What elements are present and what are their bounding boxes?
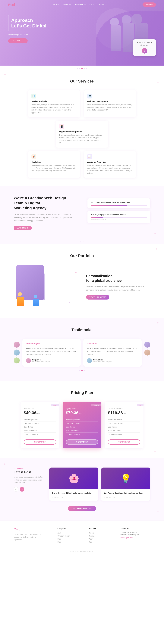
hero-info-box: Want to see how it all works? ▶ [133, 39, 156, 56]
portfolio-heading: Personalisation for a global audience [86, 274, 148, 283]
pricing-cards: BASIC Business Lite $49.36/ mo Website O… [20, 402, 144, 448]
feature-2-2: Free Content Writing [66, 422, 98, 425]
feature-2-1: Website Optimized [66, 418, 98, 422]
brand-codecanyon: #codecanyon [26, 342, 77, 345]
nav-link-home[interactable]: HOME [53, 4, 59, 6]
feature-3-2: Free Content Writing [108, 422, 140, 425]
portfolio-cta-button[interactable]: VIEW ALL PROJECTS [86, 295, 109, 300]
footer-brand: Rupj The first step towards discovering … [14, 528, 52, 544]
nav-link-about[interactable]: ABOUT [90, 4, 96, 6]
brand-3docean: #3docean [87, 342, 138, 345]
blog-image-2: 💡 [101, 468, 150, 490]
feature-1-1: Website Optimized [24, 418, 56, 422]
avatar-left-1 [14, 342, 20, 348]
nav-link-page[interactable]: PAGE [99, 4, 104, 6]
pricing-section: Pricing Plan BASIC Business Lite $49.36/… [0, 381, 164, 458]
blog-image-1: 🌸 [49, 468, 98, 490]
service-card-digital: 📱 Digital Marketing Plans Every successf… [56, 120, 108, 148]
footer-col-contact: Contact us 1 Colony Place Content, G18 L… [120, 528, 150, 544]
service-desc-audience: Have you ever found from your analytics … [87, 164, 132, 175]
testimonial-card-2: #3docean We're on a mission to start a c… [83, 339, 142, 367]
website-icon: 💻 [87, 94, 92, 98]
blog-card-1[interactable]: 🌸 One of the most difficult tasks for an… [49, 468, 98, 500]
service-title-digital: Digital Marketing Plans [59, 130, 105, 133]
testi-role-1: Founder at Codex company [32, 361, 51, 362]
testimonial-title: Testimonial [8, 328, 156, 332]
digital-icon: 📱 [59, 124, 64, 129]
price-btn-2[interactable]: GET STARTED [66, 440, 98, 444]
footer-about-link-2[interactable]: Sitemap [88, 534, 114, 538]
blog-more-button[interactable]: GET MORE ARTICLES [68, 506, 96, 511]
footer-heading-company: Company [58, 528, 83, 530]
portfolio-title: Our Portfolio [8, 254, 156, 258]
blog-cards: 🌸 One of the most difficult tasks for an… [49, 468, 150, 500]
footer-about-link-3[interactable]: Vision [88, 538, 114, 540]
testi-author-2: Mehfuz Risal [93, 359, 112, 361]
blog-card-2[interactable]: 💡 New Feature Spotlight: Optimize Licens… [101, 468, 150, 500]
feature-1-2: Free Content Writing [24, 422, 56, 425]
plan-name-2: Agency Standard [66, 408, 98, 410]
service-title-website: Website Development [87, 100, 132, 102]
avatar-right-2 [144, 350, 150, 356]
stat-2-value: 21% of your pages have duplicate content… [91, 213, 147, 216]
footer-link-4[interactable]: Blog [58, 540, 83, 544]
nav-links: HOME SERVICES PORTFOLIO ABOUT PAGE [53, 4, 104, 6]
services-title: Our Services [8, 79, 156, 84]
portfolio-images [16, 265, 78, 308]
footer-heading-contact: Contact us [120, 528, 150, 530]
play-button[interactable]: ▶ [142, 48, 147, 54]
hero-title: Approach Let's Get Digital [11, 18, 46, 29]
footer-col-about: About us Support Sitemap Vision Blog [88, 528, 114, 544]
testi-author-1: Fooj James [32, 359, 51, 361]
blog-section: Our Blog List Latest Post Lorem ipsum is… [0, 458, 164, 520]
avatar-left-3 [14, 358, 20, 364]
portfolio-desc: We're on a mission to start a conversati… [86, 285, 148, 292]
marketing-icon: 📣 [32, 154, 36, 159]
service-card-market: 📊 Market Analysis Market analysis helps … [28, 90, 80, 117]
feature-2-3: Best Hosting [66, 425, 98, 429]
service-title-market: Market Analysis [32, 100, 77, 102]
footer-link-2[interactable]: Strategy Program [58, 534, 83, 538]
footer-about-link-4[interactable]: Blog [88, 540, 114, 544]
blog-next-button[interactable]: → [20, 487, 24, 492]
feature-2-5: Content Frequency [66, 432, 98, 436]
footer-tagline: The first step towards discovering the l… [14, 533, 41, 541]
footer: Rupj The first step towards discovering … [0, 520, 164, 556]
blog-section-label: Our Blog List [14, 468, 44, 470]
portfolio-section: Our Portfolio Personalisation for a glob [0, 244, 164, 318]
footer-about-link-1[interactable]: Support [88, 532, 114, 534]
stat-1-value: You moved onto the first page for 56 sea… [91, 201, 147, 204]
blog-prev-button[interactable]: ← [14, 487, 18, 492]
footer-col-company: Company Xarif Strategy Program Blog Blog [58, 528, 83, 544]
blog-title-1: One of the most difficult tasks for any … [52, 492, 96, 494]
testimonial-section: Testimonial #codecanyon As part of your … [0, 318, 164, 381]
nav-link-services[interactable]: SERVICES [62, 4, 72, 6]
about-section: We're a Creative Web Design Team & Digit… [0, 186, 164, 240]
feature-3-3: Best Hosting [108, 425, 140, 429]
service-card-audience: 📈 Audience Analytics Have you ever found… [84, 151, 136, 178]
feature-1-4: Social Awareness [24, 429, 56, 432]
hero-subtitle: Your strategy to be online [8, 33, 49, 36]
about-cta-button[interactable]: LEARN MORE [14, 226, 32, 230]
blog-date-1: 06 January, 2020 [52, 496, 63, 498]
testi-text-2: We're on a mission to start a conversati… [87, 347, 138, 356]
hero-cta-button[interactable]: GET STARTED [8, 38, 28, 43]
plan-price-1: $49.36/ mo [24, 410, 56, 415]
blog-nav-buttons: ← → [14, 487, 44, 492]
hire-us-button[interactable]: HIRE US [142, 2, 156, 7]
nav-link-portfolio[interactable]: PORTFOLIO [75, 4, 86, 6]
about-left: We're a Creative Web Design Team & Digit… [14, 196, 76, 230]
about-text: We are an Creative agency, based in New … [14, 213, 76, 222]
footer-address-1: 1 Colony Place Content, [120, 532, 150, 533]
testimonial-card-1: #codecanyon As part of your job at Autho… [22, 339, 81, 367]
hero-content: Approach Let's Get Digital Your strategy… [8, 15, 49, 43]
footer-link-1[interactable]: Xarif [58, 532, 83, 534]
plan-price-2: $79.36/ mo [66, 410, 98, 415]
footer-link-3[interactable]: Blog [58, 538, 83, 540]
footer-bottom: © 2020 Rupj. All rights reserved. [8, 548, 156, 552]
nav-logo: Rupj [8, 3, 15, 6]
footer-email[interactable]: yoursite@site.com [120, 537, 150, 539]
footer-logo: Rupj [14, 528, 52, 531]
price-btn-1[interactable]: GET STARTED [24, 440, 56, 444]
price-btn-3[interactable]: GET STARTED [108, 440, 140, 444]
